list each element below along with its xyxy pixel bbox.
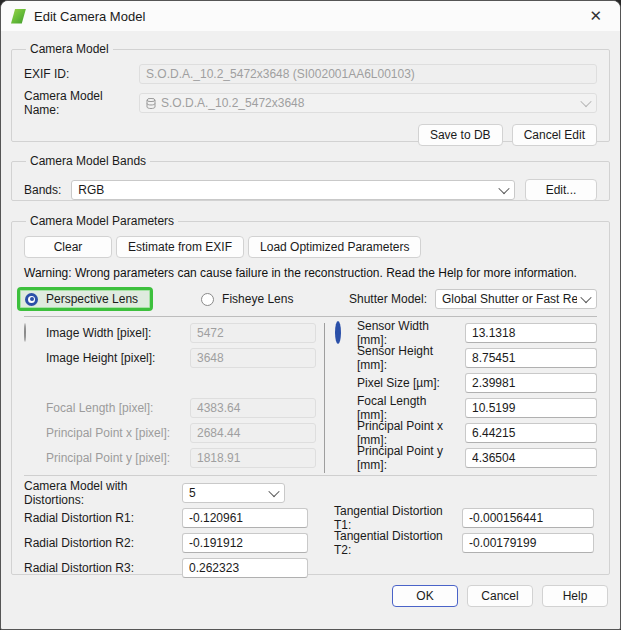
- radial-r1-label: Radial Distortion R1:: [24, 511, 182, 525]
- shutter-model-dropdown[interactable]: Global Shutter or Fast Readout: [435, 289, 597, 309]
- database-icon: [146, 98, 156, 109]
- mm-parameters-column: Sensor Width [mm]: Sensor Height [mm]: P…: [324, 323, 597, 473]
- pixel-units-radio[interactable]: [24, 323, 26, 342]
- app-logo-icon: [11, 9, 26, 24]
- chevron-down-icon: [580, 292, 591, 303]
- warning-text: Warning: Wrong parameters can cause fail…: [24, 266, 597, 280]
- camera-model-group-title: Camera Model: [26, 42, 113, 56]
- pixel-parameters-column: Image Width [pixel]: Image Height [pixel…: [24, 323, 324, 473]
- principal-point-y-pixel-field: [190, 448, 316, 468]
- image-height-field: [190, 348, 316, 368]
- principal-point-y-mm-field[interactable]: [465, 448, 597, 468]
- edit-camera-model-dialog: Edit Camera Model ✕ Camera Model EXIF ID…: [0, 0, 621, 630]
- image-height-label: Image Height [pixel]:: [46, 351, 183, 365]
- radial-r2-label: Radial Distortion R2:: [24, 536, 182, 550]
- principal-point-x-pixel-label: Principal Point x [pixel]:: [46, 426, 183, 440]
- tangential-t2-field[interactable]: [462, 533, 594, 553]
- principal-point-x-mm-label: Principal Point x [mm]:: [357, 419, 458, 447]
- radial-r3-label: Radial Distortion R3:: [24, 561, 182, 575]
- distortions-model-label: Camera Model with Distortions:: [24, 479, 182, 507]
- radial-r3-field[interactable]: [182, 558, 308, 578]
- camera-model-parameters-group: Camera Model Parameters Clear Estimate f…: [11, 214, 610, 575]
- camera-model-name-label: Camera Model Name:: [24, 89, 139, 117]
- chevron-down-icon: [268, 486, 279, 497]
- tangential-t2-label: Tangential Distortion T2:: [334, 529, 462, 557]
- focal-length-pixel-field: [190, 398, 316, 418]
- bands-label: Bands:: [24, 183, 61, 197]
- load-optimized-parameters-button[interactable]: Load Optimized Parameters: [248, 236, 421, 258]
- shutter-model-label: Shutter Model:: [349, 292, 427, 306]
- radial-r2-field[interactable]: [182, 533, 308, 553]
- principal-point-x-pixel-field: [190, 423, 316, 443]
- distortions-model-dropdown[interactable]: 5: [182, 483, 285, 503]
- camera-model-bands-group: Camera Model Bands Bands: RGB Edit...: [11, 154, 610, 201]
- radial-r1-field[interactable]: [182, 508, 308, 528]
- exif-id-field: [139, 64, 597, 84]
- bands-value: RGB: [78, 183, 495, 197]
- help-button[interactable]: Help: [542, 585, 608, 607]
- camera-model-name-dropdown: S.O.D.A._10.2_5472x3648: [139, 93, 597, 113]
- chevron-down-icon: [498, 183, 509, 194]
- perspective-lens-radio[interactable]: [25, 293, 38, 306]
- bands-dropdown[interactable]: RGB: [71, 180, 515, 200]
- fisheye-lens-label: Fisheye Lens: [222, 292, 293, 306]
- focal-length-mm-label: Focal Length [mm]:: [357, 394, 458, 422]
- clear-button[interactable]: Clear: [24, 236, 112, 258]
- principal-point-y-mm-label: Principal Point y [mm]:: [357, 444, 458, 472]
- cancel-button[interactable]: Cancel: [467, 585, 533, 607]
- sensor-height-field[interactable]: [465, 348, 597, 368]
- bands-group-title: Camera Model Bands: [26, 154, 150, 168]
- cancel-edit-button[interactable]: Cancel Edit: [512, 124, 597, 146]
- title-bar: Edit Camera Model ✕: [1, 1, 620, 31]
- principal-point-x-mm-field[interactable]: [465, 423, 597, 443]
- estimate-from-exif-button[interactable]: Estimate from EXIF: [116, 236, 244, 258]
- dialog-footer: OK Cancel Help: [1, 585, 608, 607]
- sensor-height-label: Sensor Height [mm]:: [357, 344, 458, 372]
- mm-units-radio[interactable]: [335, 321, 341, 344]
- distortions-model-value: 5: [189, 486, 265, 500]
- camera-model-name-value: S.O.D.A._10.2_5472x3648: [161, 96, 577, 110]
- exif-id-label: EXIF ID:: [24, 67, 139, 81]
- image-width-label: Image Width [pixel]:: [46, 326, 183, 340]
- parameters-group-title: Camera Model Parameters: [26, 214, 178, 228]
- edit-bands-button[interactable]: Edit...: [525, 179, 597, 201]
- shutter-model-value: Global Shutter or Fast Readout: [442, 292, 577, 306]
- highlight-box: Perspective Lens: [17, 287, 153, 311]
- sensor-width-label: Sensor Width [mm]:: [357, 319, 458, 347]
- pixel-size-label: Pixel Size [µm]:: [357, 376, 458, 390]
- camera-model-group: Camera Model EXIF ID: Camera Model Name:…: [11, 42, 610, 142]
- image-width-field: [190, 323, 316, 343]
- distortions-section: Camera Model with Distortions: 5 Radial …: [24, 475, 597, 583]
- chevron-down-icon: [580, 96, 591, 107]
- close-icon[interactable]: ✕: [581, 5, 610, 27]
- perspective-lens-label: Perspective Lens: [46, 292, 138, 306]
- tangential-t1-label: Tangential Distortion T1:: [334, 504, 462, 532]
- principal-point-y-pixel-label: Principal Point y [pixel]:: [46, 451, 183, 465]
- window-title: Edit Camera Model: [34, 9, 573, 24]
- save-to-db-button[interactable]: Save to DB: [418, 124, 503, 146]
- pixel-size-field[interactable]: [465, 373, 597, 393]
- focal-length-pixel-label: Focal Length [pixel]:: [46, 401, 183, 415]
- fisheye-lens-radio[interactable]: [201, 293, 214, 306]
- tangential-t1-field[interactable]: [462, 508, 594, 528]
- ok-button[interactable]: OK: [392, 585, 458, 607]
- focal-length-mm-field[interactable]: [465, 398, 597, 418]
- sensor-width-field[interactable]: [465, 323, 597, 343]
